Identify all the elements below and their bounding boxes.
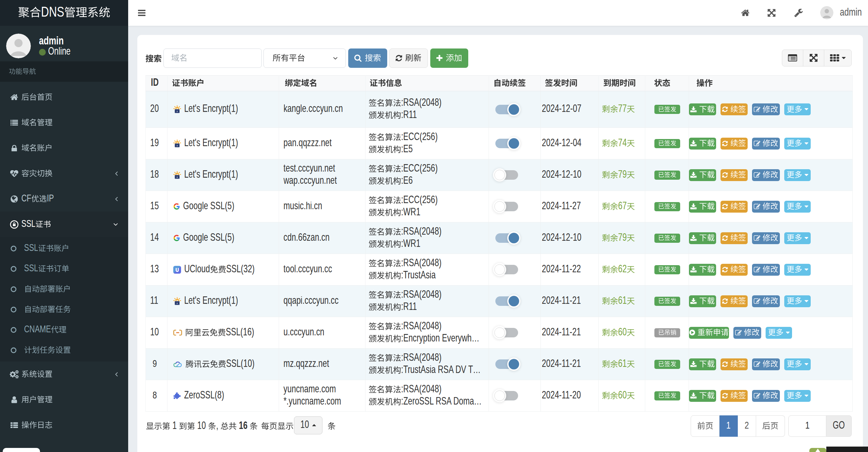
svg-text:cdn.66zan.cn: cdn.66zan.cn bbox=[283, 233, 330, 243]
svg-text:2024-11-21: 2024-11-21 bbox=[542, 359, 581, 369]
svg-text:74: 74 bbox=[618, 139, 627, 149]
svg-text:2024-12-04: 2024-12-04 bbox=[542, 139, 581, 149]
svg-text:2024-11-27: 2024-11-27 bbox=[542, 202, 581, 212]
svg-text:pan.qqzzz.net: pan.qqzzz.net bbox=[283, 139, 332, 149]
svg-text:15: 15 bbox=[150, 202, 159, 212]
svg-text:2024-11-20: 2024-11-20 bbox=[542, 391, 581, 401]
svg-text:admin: admin bbox=[39, 36, 64, 47]
svg-text:Let's Encrypt(1): Let's Encrypt(1) bbox=[184, 139, 238, 149]
svg-text:SSL: SSL bbox=[21, 220, 35, 229]
svg-text:2024-11-21: 2024-11-21 bbox=[542, 296, 581, 306]
svg-text::RSA(2048): :RSA(2048) bbox=[401, 227, 441, 237]
svg-text:60: 60 bbox=[618, 328, 627, 338]
svg-text::ECC(256): :ECC(256) bbox=[401, 133, 438, 142]
svg-text::R11: :R11 bbox=[401, 111, 417, 120]
svg-text:u.cccyun.cn: u.cccyun.cn bbox=[283, 328, 324, 338]
svg-text:tool.cccyun.cc: tool.cccyun.cc bbox=[283, 265, 332, 275]
svg-text:music.hi.cn: music.hi.cn bbox=[283, 202, 322, 212]
svg-text:79: 79 bbox=[618, 233, 627, 243]
svg-text:10: 10 bbox=[195, 421, 208, 431]
svg-text:1: 1 bbox=[726, 421, 731, 431]
svg-text:GO: GO bbox=[833, 421, 845, 431]
svg-text:13: 13 bbox=[150, 265, 159, 275]
svg-text:CF: CF bbox=[21, 194, 31, 203]
svg-text:UCloud: UCloud bbox=[184, 265, 210, 275]
svg-text:61: 61 bbox=[618, 296, 627, 306]
svg-text:18: 18 bbox=[150, 170, 159, 180]
svg-text::ECC(256): :ECC(256) bbox=[401, 196, 438, 205]
svg-text:admin: admin bbox=[840, 8, 862, 18]
svg-text::RSA(2048): :RSA(2048) bbox=[401, 322, 441, 332]
svg-text:CNAME: CNAME bbox=[24, 325, 51, 334]
svg-text:8: 8 bbox=[153, 391, 157, 401]
svg-text:2024-11-22: 2024-11-22 bbox=[542, 265, 581, 275]
svg-text:10: 10 bbox=[300, 420, 309, 430]
svg-text:SSL(10): SSL(10) bbox=[226, 359, 255, 369]
svg-text:2024-12-10: 2024-12-10 bbox=[542, 233, 581, 243]
svg-text::TrustAsia RSA DV T…: :TrustAsia RSA DV T… bbox=[401, 366, 481, 375]
svg-text:Let's Encrypt(1): Let's Encrypt(1) bbox=[184, 104, 238, 114]
svg-text::E6: :E6 bbox=[401, 176, 413, 186]
svg-text:2: 2 bbox=[745, 421, 749, 431]
svg-text::RSA(2048): :RSA(2048) bbox=[401, 385, 441, 395]
svg-text:19: 19 bbox=[150, 139, 159, 149]
svg-text:79: 79 bbox=[618, 170, 627, 180]
svg-text:77: 77 bbox=[618, 104, 627, 114]
svg-text:16: 16 bbox=[239, 421, 247, 431]
svg-text:2024-12-07: 2024-12-07 bbox=[542, 104, 581, 114]
svg-text:DNS: DNS bbox=[41, 6, 64, 20]
svg-text:qqapi.cccyun.cc: qqapi.cccyun.cc bbox=[283, 296, 338, 306]
svg-text:Google SSL(5): Google SSL(5) bbox=[183, 202, 234, 212]
svg-text:11: 11 bbox=[150, 296, 158, 306]
svg-text::RSA(2048): :RSA(2048) bbox=[401, 290, 441, 300]
svg-text::RSA(2048): :RSA(2048) bbox=[401, 353, 441, 363]
svg-text::ECC(256): :ECC(256) bbox=[401, 164, 438, 174]
svg-text:IP: IP bbox=[47, 194, 54, 203]
svg-text:mz.qqzzz.net: mz.qqzzz.net bbox=[283, 359, 329, 369]
svg-text::RSA(2048): :RSA(2048) bbox=[401, 98, 441, 108]
svg-text:Google SSL(5): Google SSL(5) bbox=[183, 233, 234, 243]
svg-text:Online: Online bbox=[48, 47, 71, 57]
svg-text:2024-11-21: 2024-11-21 bbox=[542, 328, 581, 338]
svg-text::Encryption Everywh…: :Encryption Everywh… bbox=[401, 334, 479, 344]
svg-text:62: 62 bbox=[618, 265, 627, 275]
svg-text:SSL(32): SSL(32) bbox=[226, 265, 255, 275]
svg-text:10: 10 bbox=[150, 328, 159, 338]
svg-text:Let's Encrypt(1): Let's Encrypt(1) bbox=[184, 170, 238, 180]
svg-text:20: 20 bbox=[150, 104, 159, 114]
svg-text:wap.cccyun.net: wap.cccyun.net bbox=[283, 176, 337, 186]
svg-text::RSA(2048): :RSA(2048) bbox=[401, 259, 441, 269]
svg-text::E5: :E5 bbox=[401, 145, 413, 155]
svg-text:Let's Encrypt(1): Let's Encrypt(1) bbox=[184, 296, 238, 306]
svg-text:*.yuncname.com: *.yuncname.com bbox=[283, 397, 341, 407]
svg-text:test.cccyun.net: test.cccyun.net bbox=[283, 164, 335, 174]
svg-text:,: , bbox=[216, 421, 220, 431]
svg-text::WR1: :WR1 bbox=[401, 208, 420, 218]
svg-text::WR1: :WR1 bbox=[401, 239, 420, 249]
svg-text:2024-12-10: 2024-12-10 bbox=[542, 170, 581, 180]
svg-text:1: 1 bbox=[805, 421, 810, 431]
svg-text:67: 67 bbox=[618, 202, 627, 212]
svg-text:yuncname.com: yuncname.com bbox=[283, 385, 336, 395]
svg-text:ZeroSSL(8): ZeroSSL(8) bbox=[184, 391, 224, 401]
svg-text::TrustAsia: :TrustAsia bbox=[401, 271, 436, 281]
svg-text:SSL(16): SSL(16) bbox=[226, 328, 254, 338]
svg-text::R11: :R11 bbox=[401, 302, 417, 312]
svg-text:14: 14 bbox=[150, 233, 159, 243]
svg-text:kangle.cccyun.cn: kangle.cccyun.cn bbox=[283, 104, 343, 114]
svg-text:ID: ID bbox=[151, 78, 159, 88]
svg-text:60: 60 bbox=[618, 391, 627, 401]
svg-text:61: 61 bbox=[618, 359, 627, 369]
svg-text:1: 1 bbox=[170, 421, 179, 431]
svg-text:SSL: SSL bbox=[24, 244, 38, 253]
svg-text::ZeroSSL RSA Doma…: :ZeroSSL RSA Doma… bbox=[401, 397, 482, 407]
svg-text:9: 9 bbox=[153, 359, 157, 369]
svg-text:SSL: SSL bbox=[24, 264, 38, 273]
